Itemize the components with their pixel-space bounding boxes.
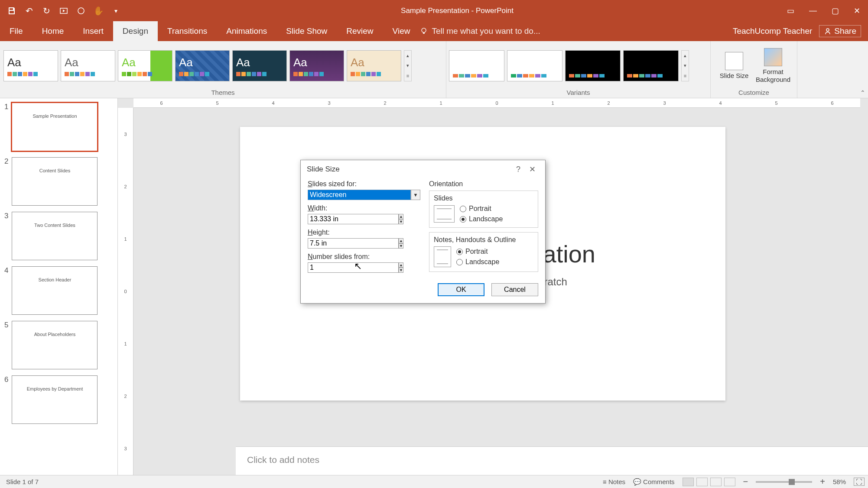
- spin-up[interactable]: ▲: [399, 262, 403, 268]
- theme-thumbnail[interactable]: Aa: [175, 50, 230, 81]
- comments-toggle[interactable]: 💬 Comments: [633, 478, 675, 486]
- dropdown-button[interactable]: ▼: [411, 190, 420, 200]
- format-background-icon: [764, 48, 782, 66]
- variant-thumbnail[interactable]: [565, 50, 621, 81]
- zoom-out-button[interactable]: −: [743, 477, 748, 487]
- tab-design[interactable]: Design: [113, 21, 158, 41]
- lightbulb-icon: [419, 27, 428, 36]
- ribbon-display-icon[interactable]: ▭: [787, 6, 794, 16]
- close-icon[interactable]: ✕: [854, 6, 860, 16]
- fit-to-window-icon[interactable]: ⛶: [854, 478, 865, 486]
- theme-thumbnail[interactable]: Aa: [61, 50, 115, 81]
- theme-thumbnail[interactable]: Aa: [232, 50, 287, 81]
- spin-up[interactable]: ▲: [399, 214, 403, 219]
- slide-thumbnail[interactable]: Section Header: [12, 266, 98, 315]
- notes-toggle[interactable]: ≡ Notes: [603, 478, 625, 485]
- radio-slides-portrait[interactable]: Portrait: [460, 205, 503, 213]
- theme-thumbnail[interactable]: Aa: [347, 50, 401, 81]
- reading-view-icon[interactable]: [710, 478, 722, 486]
- ok-button[interactable]: OK: [438, 283, 484, 296]
- spin-down[interactable]: ▼: [399, 219, 403, 224]
- spin-down[interactable]: ▼: [399, 268, 403, 273]
- dialog-close-icon[interactable]: ✕: [525, 165, 539, 174]
- portrait-page-icon: [434, 246, 451, 267]
- tab-file[interactable]: File: [0, 21, 33, 41]
- share-button[interactable]: Share: [819, 25, 861, 37]
- slide-thumbnail[interactable]: Content Slides: [12, 157, 98, 206]
- user-area: TeachUcomp Teacher Share: [733, 21, 868, 41]
- theme-thumbnail[interactable]: Aa: [289, 50, 344, 81]
- tab-view[interactable]: View: [383, 21, 420, 41]
- thumb-number: 3: [4, 212, 8, 220]
- ribbon-tabs: File Home Insert Design Transitions Anim…: [0, 21, 868, 41]
- slide-size-button[interactable]: Slide Size: [717, 52, 751, 80]
- notes-pane[interactable]: Click to add notes: [236, 446, 868, 475]
- thumb-number: 1: [4, 103, 8, 111]
- dialog-titlebar[interactable]: Slide Size ? ✕: [301, 160, 545, 178]
- slide-thumbnail[interactable]: Employees by Department: [12, 375, 98, 424]
- tab-insert[interactable]: Insert: [73, 21, 113, 41]
- undo-icon[interactable]: ↶: [23, 5, 35, 16]
- variants-group: ▴▾≡ Variants: [446, 41, 711, 98]
- label-orientation: Orientation: [429, 180, 538, 188]
- variant-thumbnail[interactable]: [623, 50, 679, 81]
- horizontal-ruler: 6543210123456: [133, 98, 860, 108]
- themes-gallery-more[interactable]: ▴▾≡: [404, 50, 412, 81]
- tab-animations[interactable]: Animations: [217, 21, 276, 41]
- variant-thumbnail[interactable]: [507, 50, 562, 81]
- tab-slideshow[interactable]: Slide Show: [276, 21, 337, 41]
- cancel-button[interactable]: Cancel: [491, 283, 538, 296]
- tab-transitions[interactable]: Transitions: [158, 21, 217, 41]
- format-background-button[interactable]: Format Background: [756, 48, 790, 84]
- theme-thumbnail[interactable]: Aa: [118, 50, 172, 81]
- zoom-percent[interactable]: 58%: [833, 478, 846, 485]
- width-input[interactable]: [308, 214, 399, 224]
- thumb-number: 6: [4, 375, 8, 384]
- start-from-beginning-icon[interactable]: [58, 5, 69, 16]
- variant-thumbnail[interactable]: [449, 50, 504, 81]
- redo-icon[interactable]: ↻: [41, 5, 52, 16]
- theme-thumbnail[interactable]: Aa: [3, 50, 58, 81]
- label-slides-sized-for: Slides sized for:: [308, 180, 420, 188]
- tab-home[interactable]: Home: [33, 21, 74, 41]
- view-buttons: [683, 478, 735, 486]
- touch-mode-icon[interactable]: ✋: [93, 5, 104, 16]
- label-width: Width:: [308, 204, 420, 212]
- user-name[interactable]: TeachUcomp Teacher: [733, 26, 812, 36]
- window-controls: ▭ ― ▢ ✕: [787, 6, 868, 16]
- dialog-title: Slide Size: [307, 165, 340, 174]
- dialog-help-icon[interactable]: ?: [511, 165, 525, 174]
- circle-icon[interactable]: [75, 5, 87, 16]
- slide-thumbnail[interactable]: Two Content Slides: [12, 212, 98, 260]
- save-icon[interactable]: [6, 5, 17, 16]
- vertical-ruler: 3210123: [118, 108, 133, 475]
- tab-review[interactable]: Review: [337, 21, 383, 41]
- qat-customize-icon[interactable]: ▾: [110, 5, 121, 16]
- maximize-icon[interactable]: ▢: [832, 6, 839, 16]
- slide-thumbnail[interactable]: About Placeholders: [12, 321, 98, 369]
- group-label-variants: Variants: [449, 89, 708, 97]
- radio-notes-portrait[interactable]: Portrait: [456, 248, 499, 255]
- variants-gallery-more[interactable]: ▴▾≡: [681, 50, 689, 81]
- radio-slides-landscape[interactable]: Landscape: [460, 215, 503, 223]
- slide-sorter-view-icon[interactable]: [696, 478, 708, 486]
- tell-me-search[interactable]: Tell me what you want to do...: [419, 21, 732, 41]
- spin-up[interactable]: ▲: [399, 238, 403, 243]
- normal-view-icon[interactable]: [683, 478, 694, 486]
- ribbon: Aa Aa Aa Aa Aa Aa Aa ▴▾≡ Themes ▴▾≡ Vari…: [0, 41, 868, 98]
- spin-down[interactable]: ▼: [399, 243, 403, 249]
- slide-thumbnail[interactable]: Sample Presentation: [12, 103, 98, 151]
- tell-me-placeholder: Tell me what you want to do...: [432, 26, 540, 36]
- zoom-slider[interactable]: [756, 481, 812, 483]
- height-input[interactable]: [308, 238, 399, 249]
- number-from-input[interactable]: [308, 262, 399, 273]
- status-bar: Slide 1 of 7 ≡ Notes 💬 Comments − + 58% …: [0, 475, 868, 488]
- collapse-ribbon-icon[interactable]: ⌃: [860, 89, 865, 96]
- radio-notes-landscape[interactable]: Landscape: [456, 258, 499, 266]
- slides-sized-for-dropdown[interactable]: Widescreen: [308, 190, 411, 200]
- slide-thumbnail-panel[interactable]: 1 Sample Presentation 2 Content Slides 3…: [0, 98, 118, 475]
- zoom-in-button[interactable]: +: [820, 477, 825, 487]
- themes-group: Aa Aa Aa Aa Aa Aa Aa ▴▾≡ Themes: [0, 41, 446, 98]
- slideshow-view-icon[interactable]: [724, 478, 735, 486]
- minimize-icon[interactable]: ―: [809, 6, 817, 16]
